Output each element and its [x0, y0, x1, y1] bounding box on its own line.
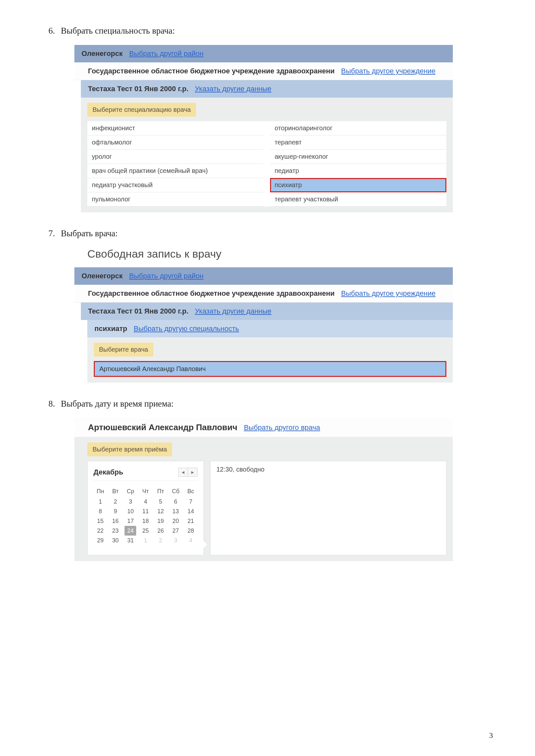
specialty-item[interactable]: терапевт — [270, 135, 446, 149]
calendar-day[interactable]: 1 — [95, 497, 106, 506]
step-6: 6. Выбрать специальность врача: Оленегор… — [42, 26, 493, 212]
calendar-day[interactable]: 16 — [110, 516, 121, 526]
patient-bar: Тестаха Тест 01 Янв 2000 г.р. Указать др… — [81, 80, 453, 97]
calendar-day[interactable]: 12 — [155, 506, 167, 516]
calendar-day[interactable]: 25 — [140, 526, 152, 536]
calendar-day[interactable]: 9 — [110, 506, 121, 516]
calendar-day[interactable]: 2 — [110, 497, 121, 506]
change-institution-link[interactable]: Выбрать другое учреждение — [341, 67, 436, 75]
specialty-item[interactable]: пульмонолог — [87, 192, 264, 206]
time-body: Выберите время приёма Декабрь ◄ ► ПнВтСр… — [74, 437, 453, 561]
calendar-day[interactable]: 27 — [170, 526, 182, 536]
specialty-item[interactable]: уролог — [87, 149, 264, 164]
change-district-link[interactable]: Выбрать другой район — [129, 272, 204, 280]
calendar-day[interactable]: 7 — [185, 497, 197, 506]
patient-label: Тестаха Тест 01 Янв 2000 г.р. — [88, 85, 188, 93]
calendar-day[interactable]: 17 — [125, 516, 136, 526]
specialty-item[interactable]: врач общей практики (семейный врач) — [87, 164, 264, 178]
calendar-dow: Пн — [93, 486, 108, 497]
calendar-day[interactable]: 18 — [140, 516, 152, 526]
calendar-day: 1 — [140, 536, 152, 545]
step-8-heading: 8. Выбрать дату и время приема: — [42, 399, 493, 409]
calendar-day[interactable]: 21 — [185, 516, 197, 526]
district-label: Оленегорск — [81, 49, 123, 58]
calendar-day[interactable]: 26 — [155, 526, 167, 536]
specialty-item[interactable]: инфекционист — [87, 121, 264, 135]
institution-bar: Государственное областное бюджетное учре… — [74, 285, 453, 303]
specialty-item[interactable]: офтальмолог — [87, 135, 264, 149]
calendar-day[interactable]: 28 — [185, 526, 197, 536]
specialty-item[interactable]: оториноларинголог — [270, 121, 446, 135]
calendar-day-selected[interactable]: 24 — [125, 526, 136, 536]
calendar-day[interactable]: 8 — [95, 506, 106, 516]
specialty-body: Выберите специализацию врача инфекционис… — [81, 97, 453, 212]
doctor-panel: Свободная запись к врачу Оленегорск Выбр… — [74, 248, 453, 383]
specialty-item[interactable]: педиатр — [270, 164, 446, 178]
calendar-table: ПнВтСрЧтПтСбВс 1234567891011121314151617… — [93, 486, 198, 545]
timeslot-list: 12:30, свободно — [210, 461, 446, 555]
calendar-day[interactable]: 6 — [170, 497, 182, 506]
calendar-day[interactable]: 10 — [125, 506, 136, 516]
calendar-dow: Пт — [153, 486, 168, 497]
calendar-dow: Ср — [123, 486, 138, 497]
change-doctor-link[interactable]: Выбрать другого врача — [244, 423, 320, 432]
calendar-day[interactable]: 30 — [110, 536, 121, 545]
specialty-item[interactable]: педиатр участковый — [87, 178, 264, 192]
specialty-panel: Оленегорск Выбрать другой район Государс… — [74, 45, 453, 212]
doctor-row[interactable]: Артюшевский Александр Павлович — [94, 361, 446, 377]
change-patient-link[interactable]: Указать другие данные — [195, 307, 271, 315]
step-number: 6. — [42, 26, 55, 36]
change-patient-link[interactable]: Указать другие данные — [195, 85, 271, 93]
specialty-grid: инфекционистоториноларингологофтальмолог… — [87, 121, 446, 206]
calendar-day[interactable]: 3 — [125, 497, 136, 506]
calendar-wrap: Декабрь ◄ ► ПнВтСрЧтПтСбВс 1234567891011… — [87, 461, 446, 555]
time-chip: Выберите время приёма — [87, 443, 172, 456]
calendar-dow: Чт — [138, 486, 153, 497]
calendar-day[interactable]: 14 — [185, 506, 197, 516]
timeslot-item[interactable]: 12:30, свободно — [216, 466, 440, 473]
calendar-day[interactable]: 20 — [170, 516, 182, 526]
time-panel: Артюшевский Александр Павлович Выбрать д… — [74, 418, 453, 561]
calendar-dow: Вт — [108, 486, 123, 497]
specialty-chip: Выберите специализацию врача — [87, 103, 196, 117]
calendar-day[interactable]: 29 — [95, 536, 106, 545]
page-title: Свободная запись к врачу — [87, 248, 453, 260]
specialty-label: психиатр — [95, 325, 127, 333]
calendar-day[interactable]: 31 — [125, 536, 136, 545]
calendar-day[interactable]: 23 — [110, 526, 121, 536]
calendar-day[interactable]: 19 — [155, 516, 167, 526]
step-title: Выбрать дату и время приема: — [61, 399, 174, 409]
calendar-dow: Сб — [168, 486, 183, 497]
specialty-item-selected[interactable]: психиатр — [270, 178, 446, 192]
calendar-day[interactable]: 15 — [95, 516, 106, 526]
doctor-name: Артюшевский Александр Павлович — [88, 422, 238, 432]
step-number: 7. — [42, 229, 55, 238]
district-label: Оленегорск — [81, 272, 123, 280]
specialty-item[interactable]: акушер-гинеколог — [270, 149, 446, 164]
calendar-day: 2 — [155, 536, 167, 545]
calendar-day[interactable]: 22 — [95, 526, 106, 536]
calendar-month: Декабрь — [94, 468, 123, 476]
step-7: 7. Выбрать врача: Свободная запись к вра… — [42, 229, 493, 383]
change-institution-link[interactable]: Выбрать другое учреждение — [341, 289, 436, 298]
institution-label: Государственное областное бюджетное учре… — [88, 67, 335, 75]
calendar-day[interactable]: 11 — [140, 506, 152, 516]
next-month-button[interactable]: ► — [188, 468, 198, 477]
specialty-bar: психиатр Выбрать другую специальность — [87, 320, 453, 338]
step-7-heading: 7. Выбрать врача: — [42, 229, 493, 238]
doctor-body: Выберите врача Артюшевский Александр Пав… — [87, 338, 453, 383]
district-bar: Оленегорск Выбрать другой район — [74, 267, 453, 285]
specialty-item[interactable]: терапевт участковый — [270, 192, 446, 206]
calendar-pointer — [204, 541, 207, 549]
change-district-link[interactable]: Выбрать другой район — [129, 49, 204, 58]
patient-bar: Тестаха Тест 01 Янв 2000 г.р. Указать др… — [81, 303, 453, 320]
step-title: Выбрать специальность врача: — [61, 26, 175, 36]
calendar-nav: ◄ ► — [178, 468, 198, 477]
prev-month-button[interactable]: ◄ — [178, 468, 188, 477]
change-specialty-link[interactable]: Выбрать другую специальность — [134, 325, 239, 333]
doctor-chip: Выберите врача — [94, 343, 153, 357]
calendar-day[interactable]: 5 — [155, 497, 167, 506]
calendar-day[interactable]: 4 — [140, 497, 152, 506]
district-bar: Оленегорск Выбрать другой район — [74, 45, 453, 62]
calendar-day[interactable]: 13 — [170, 506, 182, 516]
